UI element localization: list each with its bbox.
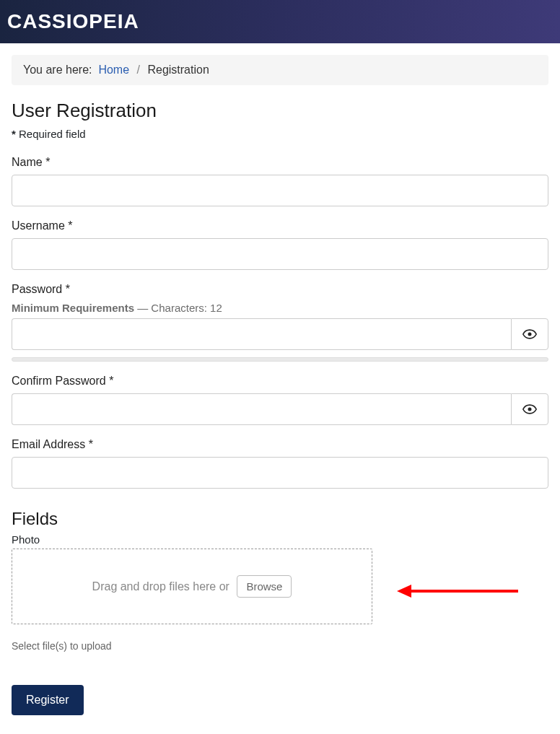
username-input[interactable] [12, 238, 548, 270]
upload-hint: Select file(s) to upload [12, 640, 548, 652]
toggle-confirm-password-button[interactable] [511, 393, 548, 425]
password-hint-rest: — Characters: 12 [134, 302, 222, 314]
password-field: Password * Minimum Requirements — Charac… [12, 283, 548, 362]
name-label: Name * [12, 156, 548, 169]
breadcrumb-home-link[interactable]: Home [98, 64, 129, 76]
email-input[interactable] [12, 457, 548, 489]
breadcrumb-separator: / [137, 64, 140, 76]
dropzone-text: Drag and drop files here or [92, 580, 233, 593]
photo-label: Photo [12, 533, 548, 546]
username-field: Username * [12, 219, 548, 270]
main-container: You are here: Home / Registration User R… [0, 43, 560, 727]
required-text: Required field [16, 128, 86, 140]
name-field: Name * [12, 156, 548, 206]
fields-section-title: Fields [12, 509, 548, 529]
breadcrumb: You are here: Home / Registration [12, 55, 548, 85]
password-input[interactable] [12, 318, 511, 350]
logo: CASSIOPEIA [7, 10, 139, 32]
password-hint-bold: Minimum Requirements [12, 302, 134, 314]
eye-icon [522, 404, 537, 414]
breadcrumb-current: Registration [147, 64, 209, 76]
password-strength-bar [12, 357, 548, 362]
confirm-password-input[interactable] [12, 393, 511, 425]
page-title: User Registration [12, 100, 548, 122]
breadcrumb-prefix: You are here: [23, 64, 92, 76]
password-hint: Minimum Requirements — Characters: 12 [12, 302, 548, 314]
toggle-password-button[interactable] [511, 318, 548, 350]
confirm-password-label: Confirm Password * [12, 375, 548, 388]
register-button[interactable]: Register [12, 685, 84, 715]
password-input-group [12, 318, 548, 350]
eye-icon [522, 329, 537, 339]
confirm-password-field: Confirm Password * [12, 375, 548, 425]
browse-button[interactable]: Browse [237, 575, 292, 598]
svg-point-1 [528, 408, 532, 411]
svg-point-0 [528, 333, 532, 336]
username-label: Username * [12, 219, 548, 232]
email-field: Email Address * [12, 438, 548, 489]
name-input[interactable] [12, 175, 548, 206]
app-header: CASSIOPEIA [0, 0, 560, 43]
password-label: Password * [12, 283, 548, 296]
required-note: * Required field [12, 128, 548, 140]
photo-dropzone[interactable]: Drag and drop files here or Browse [12, 549, 372, 624]
confirm-password-input-group [12, 393, 548, 425]
email-label: Email Address * [12, 438, 548, 451]
